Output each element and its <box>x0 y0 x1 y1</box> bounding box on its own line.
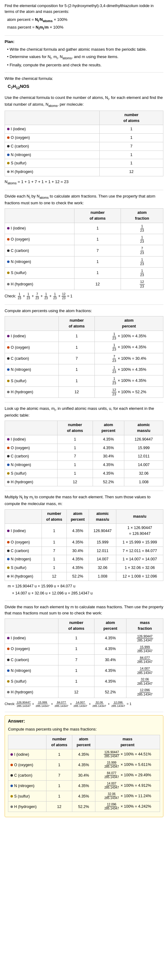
col-element-7 <box>8 735 46 749</box>
table-row: I (iodine) 1 4.35% 126.90447 <box>5 435 163 444</box>
col-num-atoms-4: numberof atoms <box>57 421 93 435</box>
divider-2 <box>5 72 163 73</box>
col-atomic-mass-5: atomicmass/u <box>89 509 116 524</box>
dot-O <box>7 346 10 349</box>
dot-S <box>10 795 13 797</box>
dot-C <box>7 250 10 252</box>
plan-item-2: • Determine values for Ni, mi, Natoms, a… <box>5 54 163 60</box>
table-mass-percents: numberof atoms atompercent masspercent I… <box>8 735 160 812</box>
table-row: O (oxygen) 1 <box>5 134 163 142</box>
divider-3 <box>5 190 163 190</box>
check-fracs: Check: 123 + 123 + 723 + 123 + 123 + 122… <box>5 293 163 300</box>
dot-H <box>7 283 10 285</box>
table-row: S (sulfur) 1 4.35% 32.06285.14347 <box>5 676 163 687</box>
col-num-atoms-6: numberof atoms <box>58 619 94 633</box>
col-mass-u: mass/u <box>116 509 163 524</box>
table-row: N (nitrogen) 1 4.35% 14.007285.14347 × 1… <box>8 781 160 791</box>
chemical-formula: C7H12NOS <box>8 83 163 90</box>
col-element-5 <box>5 509 42 524</box>
m-calc: m = 126.90447 u + 15.999 u + 84.077 u + … <box>8 583 163 597</box>
answer-label: Answer: <box>8 718 160 724</box>
dot-N <box>7 368 10 371</box>
multiply-note: Multiply Ni by mi to compute the mass fo… <box>5 494 163 507</box>
plan-item-1: • Write the chemical formula and gather … <box>5 46 163 52</box>
table-row: I (iodine) 1 <box>5 125 163 134</box>
table-mass-products: numberof atoms atompercent atomicmass/u … <box>5 509 163 581</box>
table-row: H (hydrogen) 12 52.2% 12.096285.14347 × … <box>8 802 160 812</box>
table-mass-fractions: numberof atoms atompercent massfraction … <box>5 619 163 698</box>
col-num-atoms-2: numberof atoms <box>74 208 121 223</box>
table-row: O (oxygen) 1 4.35% 15.999285.14347 <box>5 644 163 654</box>
table-row: N (nitrogen) 1 <box>5 151 163 159</box>
multiply-section: Multiply Ni by mi to compute the mass fo… <box>5 494 163 596</box>
atomic-masses-section: Look up the atomic mass, mi, in unified … <box>5 406 163 486</box>
chemical-formula-label: Write the chemical formula: <box>5 76 163 82</box>
plan-section: Plan: • Write the chemical formula and g… <box>5 39 163 68</box>
table-row: C (carbon) 7 30.4% 84.077285.14347 <box>5 654 163 665</box>
dot-N <box>7 261 10 263</box>
table-row: S (sulfur) 1 4.35% 32.06 <box>5 469 163 478</box>
table-row: O (oxygen) 1 123 × 100% = 4.35% <box>5 342 163 353</box>
dot-O <box>10 764 13 766</box>
col-atom-pct-4: atompercent <box>93 421 124 435</box>
answer-note: Compute mass percents using the mass fra… <box>8 726 160 732</box>
table-row: I (iodine) 1 4.35% 126.90447285.14347 <box>5 633 163 644</box>
table-row: O (oxygen) 1 123 <box>5 234 163 245</box>
answer-section: Answer: Compute mass percents using the … <box>5 715 163 817</box>
dot-O <box>7 541 10 544</box>
dot-C <box>7 455 10 457</box>
table-row: N (nitrogen) 1 4.35% 14.007 1 × 14.007 =… <box>5 555 163 564</box>
table-row: S (sulfur) 1 <box>5 159 163 168</box>
col-element-3 <box>5 317 59 331</box>
col-num-atoms-1: numberof atoms <box>100 111 163 125</box>
dot-I <box>7 530 10 532</box>
divider-5 <box>5 402 163 402</box>
dot-H <box>7 575 10 578</box>
table-atom-fractions: numberof atoms atomfraction I (iodine) 1… <box>5 208 163 290</box>
col-num-atoms-7: numberof atoms <box>46 735 72 749</box>
table-row: N (nitrogen) 1 123 × 100% = 4.35% <box>5 364 163 375</box>
col-mass-pct: masspercent <box>95 735 160 749</box>
dot-N <box>7 558 10 560</box>
dot-S <box>7 566 10 569</box>
table-row: O (oxygen) 1 4.35% 15.999 1 × 15.999 = 1… <box>5 538 163 547</box>
table-atoms-count: numberof atoms I (iodine) 1 O (oxygen) 1… <box>5 111 163 177</box>
dot-H <box>7 691 10 694</box>
divider-7 <box>5 601 163 601</box>
col-num-atoms-5: numberof atoms <box>42 509 67 524</box>
table-atomic-masses: numberof atoms atompercent atomicmass/u … <box>5 420 163 486</box>
table-row: S (sulfur) 1 4.35% 32.06285.14347 × 100%… <box>8 791 160 802</box>
table-row: I (iodine) 1 4.35% 126.90447285.14347 × … <box>8 749 160 760</box>
table-row: C (carbon) 7 <box>5 142 163 151</box>
dot-I <box>7 637 10 639</box>
col-atom-pct-7: atompercent <box>72 735 95 749</box>
dot-I <box>7 335 10 337</box>
table-row: I (iodine) 1 123 <box>5 223 163 234</box>
dot-S <box>7 162 10 164</box>
dot-H <box>10 805 13 808</box>
dot-C <box>7 145 10 148</box>
atom-fractions-section: Divide each Ni by Natoms to calculate at… <box>5 193 163 300</box>
dot-S <box>7 380 10 382</box>
table-row: I (iodine) 1 4.35% 126.90447 1 × 126.904… <box>5 524 163 538</box>
intro-section: Find the elemental composition for 5-(2-… <box>5 3 163 31</box>
divider-1 <box>5 35 163 36</box>
formula-note: Use the chemical formula to count the nu… <box>5 95 163 108</box>
dot-S <box>7 680 10 682</box>
col-num-atoms-3: numberof atoms <box>58 317 94 331</box>
table-atom-percents: numberof atoms atompercent I (iodine) 1 … <box>5 316 163 398</box>
dot-C <box>7 357 10 360</box>
dot-S <box>7 472 10 475</box>
table-row: N (nitrogen) 1 4.35% 14.007 <box>5 461 163 469</box>
dot-I <box>7 128 10 130</box>
plan-title: Plan: <box>5 39 163 45</box>
table-row: C (carbon) 7 723 × 100% = 30.4% <box>5 353 163 364</box>
dot-I <box>7 438 10 441</box>
dot-N <box>7 154 10 156</box>
table-row: I (iodine) 1 123 × 100% = 4.35% <box>5 331 163 342</box>
mass-frac-note: Divide the mass for each element by m to… <box>5 604 163 616</box>
col-atom-frac: atomfraction <box>121 208 163 223</box>
col-atom-pct: atompercent <box>95 317 163 331</box>
dot-O <box>7 648 10 650</box>
atom-pct-note: Compute atom percents using the atom fra… <box>5 308 163 314</box>
